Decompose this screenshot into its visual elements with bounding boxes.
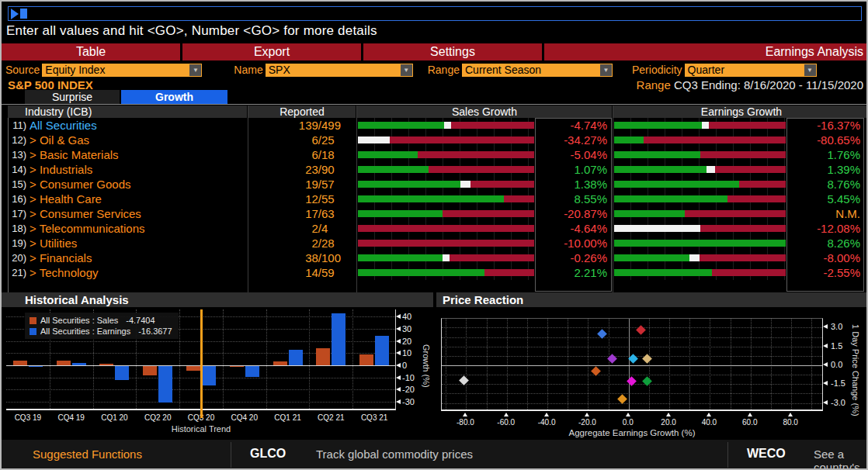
col-header-sales-growth[interactable]: Sales Growth: [357, 105, 612, 118]
table-row[interactable]: 13)> Basic Materials6 / 18-5.04%1.76%: [2, 147, 868, 162]
legend-series-name: All Securities : Earnings: [40, 326, 130, 337]
bar-track: [358, 236, 534, 251]
source-dropdown[interactable]: Equity Index ▼: [42, 64, 202, 77]
distribution-bar: [358, 195, 534, 202]
industry-cell[interactable]: 21)> Technology: [8, 265, 247, 280]
chevron-down-icon[interactable]: ▼: [401, 64, 412, 76]
industry-cell[interactable]: 12)> Oil & Gas: [8, 133, 247, 147]
footer-separator: [231, 442, 231, 468]
legend-entry: All Securities : Sales-4.7404: [30, 315, 172, 326]
x-axis-title: Historical Trend: [172, 424, 231, 434]
industry-cell[interactable]: 15)> Consumer Goods: [8, 177, 247, 192]
table-row[interactable]: 20)> Financials38 / 100-0.26%-8.00%: [2, 251, 868, 265]
table-row[interactable]: 11)All Securities139 / 499-4.74%-16.37%: [2, 118, 868, 133]
industry-cell[interactable]: 11)All Securities: [8, 118, 247, 133]
table-row[interactable]: 14)> Industrials23 / 901.07%1.39%: [2, 162, 868, 177]
distribution-bar: [614, 195, 786, 202]
y-tick-mark: [396, 314, 401, 319]
distribution-bar: [614, 254, 786, 261]
table-row[interactable]: 18)> Telecommunications2 / 4-4.64%-12.08…: [2, 221, 868, 236]
reported-cell: 23 / 90: [248, 162, 356, 177]
suggested-functions-label: Suggested Functions: [33, 448, 142, 461]
current-quarter-highlight-line: [200, 309, 203, 418]
table-button[interactable]: Table: [2, 43, 180, 60]
table-row[interactable]: 12)> Oil & Gas6 / 25-34.27%-80.65%: [2, 133, 868, 147]
y-tick-label: 1.5: [831, 341, 842, 351]
bar-marker-segment: [358, 137, 390, 143]
col-header-industry[interactable]: Industry (ICB): [8, 105, 247, 118]
distribution-bar: [358, 210, 534, 217]
settings-button[interactable]: Settings: [363, 43, 542, 60]
periodicity-dropdown[interactable]: Quarter ▼: [685, 64, 817, 77]
chevron-down-icon[interactable]: ▼: [189, 64, 201, 76]
command-input[interactable]: [8, 6, 862, 21]
tab-surprise[interactable]: Surprise: [25, 90, 120, 104]
reported-count: 2: [284, 222, 318, 235]
export-button[interactable]: Export: [182, 43, 361, 60]
industry-cell[interactable]: 13)> Basic Materials: [8, 147, 247, 162]
tab-growth[interactable]: Growth: [121, 90, 227, 104]
weco-function-link[interactable]: WECO: [747, 447, 786, 461]
reported-cell: 19 / 57: [248, 177, 356, 192]
industry-cell[interactable]: 20)> Financials: [8, 251, 247, 265]
sales-bar: [186, 365, 200, 371]
y-tick-label: -1.5: [831, 378, 845, 388]
industry-cell[interactable]: 16)> Health Care: [8, 192, 247, 206]
column-separator: [248, 105, 248, 292]
sales-growth-value: 1.38%: [536, 177, 610, 192]
industry-cell[interactable]: 18)> Telecommunications: [8, 221, 247, 236]
earnings-growth-value: -16.37%: [787, 118, 863, 133]
bar-negative-segment: [685, 210, 786, 217]
analysis-panels: Historical Analysis Price Reaction All S…: [2, 292, 868, 438]
suggested-functions-bar: Suggested Functions GLCO Track global co…: [2, 440, 868, 470]
distribution-bar: [614, 122, 786, 129]
chevron-down-icon[interactable]: ▼: [804, 64, 816, 76]
gridline: [442, 327, 822, 328]
glco-function-link[interactable]: GLCO: [250, 447, 286, 461]
gridline: [179, 309, 180, 409]
bar-negative-segment: [470, 181, 534, 188]
bar-marker-segment: [614, 225, 700, 232]
historical-analysis-chart[interactable]: All Securities : Sales-4.7404All Securit…: [6, 309, 396, 410]
table-row[interactable]: 16)> Health Care12 / 558.55%5.45%: [2, 192, 868, 206]
distribution-bar: [614, 166, 786, 173]
col-header-reported[interactable]: Reported: [248, 105, 356, 118]
col-header-earnings-growth[interactable]: Earnings Growth: [613, 105, 868, 118]
industry-name: > Basic Materials: [30, 148, 119, 161]
table-row[interactable]: 17)> Consumer Services17 / 63-20.87%N.M.: [2, 206, 868, 221]
gridline: [649, 319, 650, 410]
sales-growth-value: -20.87%: [536, 206, 610, 221]
bloomberg-earnings-analysis-screen: Enter all values and hit <GO>, Number <G…: [0, 0, 868, 470]
gridline: [751, 319, 752, 410]
table-row[interactable]: 19)> Utilities2 / 28-10.00%8.26%: [2, 236, 868, 251]
y-axis-title: Growth (%): [422, 323, 431, 409]
gridline: [771, 319, 772, 410]
industry-cell[interactable]: 17)> Consumer Services: [8, 206, 247, 221]
bar-negative-segment: [450, 254, 534, 261]
range-dropdown[interactable]: Current Season ▼: [462, 64, 613, 77]
y-tick-mark: [823, 400, 828, 405]
gridline: [547, 319, 548, 410]
gridline: [442, 337, 822, 338]
y-axis-title: 1 Day Price Change (%): [851, 308, 860, 432]
reported-total: 63: [321, 207, 356, 220]
gridline: [568, 319, 568, 410]
x-tick-label: 0.0: [623, 418, 634, 427]
command-hint-text: Enter all values and hit <GO>, Number <G…: [6, 23, 377, 39]
price-reaction-chart[interactable]: [441, 318, 823, 411]
name-dropdown[interactable]: SPX ▼: [266, 64, 413, 77]
table-row[interactable]: 15)> Consumer Goods19 / 571.38%8.76%: [2, 177, 868, 192]
row-number: 14): [8, 164, 26, 175]
industry-cell[interactable]: 14)> Industrials: [8, 162, 247, 177]
bar-track: [358, 133, 534, 147]
earnings-bar: [289, 350, 303, 365]
industry-cell[interactable]: 19)> Utilities: [8, 236, 247, 251]
chevron-down-icon[interactable]: ▼: [600, 64, 612, 76]
x-tick-label: 40.0: [702, 418, 717, 427]
bar-positive-segment: [358, 210, 443, 217]
sales-growth-bar-cell: [358, 133, 534, 147]
bar-negative-segment: [644, 137, 786, 143]
table-row[interactable]: 21)> Technology14 / 592.21%-2.55%: [2, 265, 868, 280]
y-tick-label: 0: [402, 361, 407, 370]
bar-negative-segment: [700, 225, 786, 232]
